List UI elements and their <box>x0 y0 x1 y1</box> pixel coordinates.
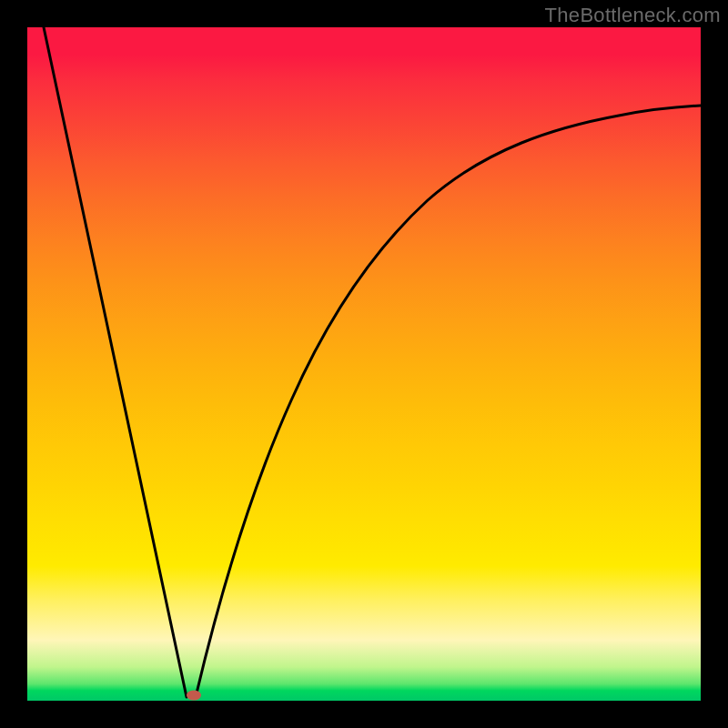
curve-right <box>196 106 701 697</box>
curve-layer <box>27 27 701 701</box>
highlight-marker <box>187 691 201 701</box>
chart-frame: TheBottleneck.com <box>0 0 728 728</box>
plot-area <box>27 27 701 701</box>
curve-left <box>44 27 187 697</box>
watermark-label: TheBottleneck.com <box>545 4 721 27</box>
